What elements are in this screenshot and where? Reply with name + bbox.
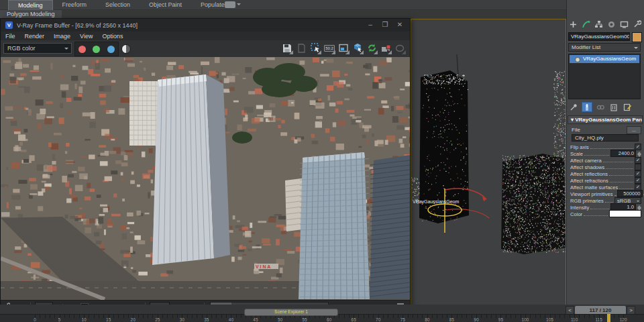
param-label: Scale [570, 151, 583, 157]
param-label: Flip axis [570, 144, 589, 150]
ribbon-config-icon[interactable] [225, 1, 235, 8]
resolution-badge-icon[interactable]: 50.2 [323, 42, 335, 54]
menu-image[interactable]: Image [49, 33, 75, 40]
motion-tab-icon[interactable] [607, 20, 616, 29]
perspective-viewport[interactable]: VRayGaussiansGeom [411, 19, 566, 306]
modifier-stack-toolbar [568, 101, 641, 113]
rollout-header-vraygaussiansgeom[interactable]: ▾ VRayGaussiansGeom Param [568, 115, 643, 124]
param-checkbox[interactable]: ✓ [635, 177, 641, 184]
file-path-field[interactable]: City_HQ.ply [572, 134, 639, 142]
menu-render[interactable]: Render [20, 33, 50, 40]
green-channel-icon[interactable] [93, 46, 100, 53]
display-tab-icon[interactable] [620, 20, 629, 29]
param-row: RGB primariessRGB [570, 197, 641, 204]
param-label: Affect reflections [570, 171, 608, 177]
tab-modeling[interactable]: Modeling [8, 0, 53, 10]
point-cloud-blob-silhouette [501, 154, 566, 254]
pin-stack-icon[interactable] [568, 102, 579, 112]
param-label: Viewport primitives [570, 191, 613, 197]
tab-object-paint[interactable]: Object Paint [140, 0, 191, 9]
track-mouse-icon[interactable] [309, 42, 321, 54]
make-unique-icon[interactable] [595, 102, 606, 112]
modifier-enabled-bulb-icon[interactable] [575, 57, 580, 62]
param-label: Intensity [570, 205, 589, 211]
stop-render-icon[interactable] [380, 42, 392, 54]
menu-options[interactable]: Options [97, 33, 127, 40]
param-label: Affect refractions [570, 178, 608, 184]
param-row: Affect shadows [570, 164, 641, 170]
param-color-swatch[interactable] [609, 210, 641, 217]
menu-file[interactable]: File [1, 33, 20, 40]
modifier-stack-item-label: VRayGaussiansGeom [583, 56, 636, 62]
red-rooftop-sign: V I N A [254, 264, 278, 269]
object-name-field[interactable]: VRayGaussiansGeom001 [568, 32, 630, 41]
update-render-icon[interactable] [366, 42, 378, 54]
tooltip: Scene Explorer 1 [244, 309, 338, 316]
svg-text:V I N A: V I N A [256, 264, 270, 269]
save-image-icon[interactable] [281, 42, 293, 54]
channel-dropdown[interactable]: RGB color [3, 43, 72, 54]
vfb-menu-bar: File Render Image View Options [1, 32, 410, 40]
param-row: Color [570, 211, 641, 217]
rendered-image: V I N A [1, 57, 410, 300]
render-last-icon[interactable] [394, 42, 406, 54]
right-glass-tower [299, 152, 370, 299]
white-midrise-building [129, 81, 160, 146]
param-row: Affect refractions✓ [570, 177, 641, 184]
menu-view[interactable]: View [75, 33, 97, 40]
isolate-select-icon[interactable] [352, 42, 364, 54]
viewport-scene: VRayGaussiansGeom [411, 19, 566, 305]
red-channel-icon[interactable] [78, 46, 86, 53]
param-label: RGB primaries [570, 198, 604, 204]
command-panel-tabs [568, 19, 643, 30]
param-dropdown[interactable]: sRGB [614, 197, 641, 204]
param-row: Affect camera✓ [570, 157, 641, 164]
param-row: Viewport primitives500000 [570, 191, 641, 197]
utilities-tab-icon[interactable] [633, 20, 641, 29]
modifier-list-dropdown[interactable]: Modifier List [568, 43, 641, 52]
current-frame-marker[interactable] [607, 314, 610, 322]
configure-modifier-sets-icon[interactable] [622, 102, 633, 112]
tab-freeform[interactable]: Freeform [53, 0, 97, 9]
blue-channel-icon[interactable] [107, 46, 115, 53]
vray-logo-icon: V [5, 21, 13, 29]
channel-toggles [74, 42, 119, 56]
vfb-toolbar: RGB color 50.2 [1, 40, 410, 58]
param-checkbox[interactable] [635, 164, 641, 170]
close-button[interactable]: ✕ [392, 19, 407, 32]
vray-frame-buffer-window: V V-Ray Frame Buffer - [62.9% of 2560 x … [0, 18, 411, 312]
minimize-button[interactable]: – [363, 19, 378, 32]
param-label: Affect shadows [570, 164, 604, 170]
copy-image-icon[interactable] [295, 42, 307, 54]
ribbon-tab-bar: Modeling Freeform Selection Object Paint… [0, 0, 644, 10]
file-browse-button[interactable]: ... [627, 126, 641, 134]
param-row: Affect reflections✓ [570, 170, 641, 177]
modify-tab-icon[interactable] [582, 20, 590, 29]
vfb-title-bar[interactable]: V V-Ray Frame Buffer - [62.9% of 2560 x … [1, 19, 410, 32]
alpha-channel-icon[interactable] [121, 44, 131, 54]
hierarchy-tab-icon[interactable] [594, 20, 603, 29]
param-row: Scale2400.0 [570, 150, 641, 157]
vfb-title-text: V-Ray Frame Buffer - [62.9% of 2560 x 14… [17, 22, 138, 29]
object-color-swatch[interactable] [632, 32, 642, 42]
resolution-badge-text: 50.2 [324, 45, 335, 52]
modifier-stack: VRayGaussiansGeom [568, 54, 641, 99]
main-glass-tower [152, 66, 230, 265]
viewport-object-label: VRayGaussiansGeom [413, 199, 459, 205]
remove-modifier-icon[interactable] [608, 102, 619, 112]
maximize-button[interactable]: ❐ [378, 19, 392, 32]
create-tab-icon[interactable] [569, 20, 578, 29]
param-checkbox[interactable]: ✓ [635, 170, 641, 177]
spinner-arrows[interactable] [637, 150, 641, 157]
parameter-rows: Flip axis✓Scale2400.0Affect camera✓Affec… [570, 144, 641, 217]
modifier-stack-item[interactable]: VRayGaussiansGeom [570, 55, 639, 63]
param-spinner-value[interactable]: 500000 [617, 190, 643, 197]
region-render-icon[interactable] [337, 42, 350, 54]
param-checkbox[interactable]: ✓ [635, 157, 641, 164]
param-label: Color [570, 211, 582, 217]
rollout-collapse-arrow: ▾ [571, 117, 574, 123]
param-spinner-value[interactable]: 2400.0 [610, 150, 636, 157]
3dsmax-app: Modeling Freeform Selection Object Paint… [0, 0, 644, 322]
show-end-result-icon[interactable] [582, 102, 592, 112]
tab-selection[interactable]: Selection [96, 0, 140, 9]
